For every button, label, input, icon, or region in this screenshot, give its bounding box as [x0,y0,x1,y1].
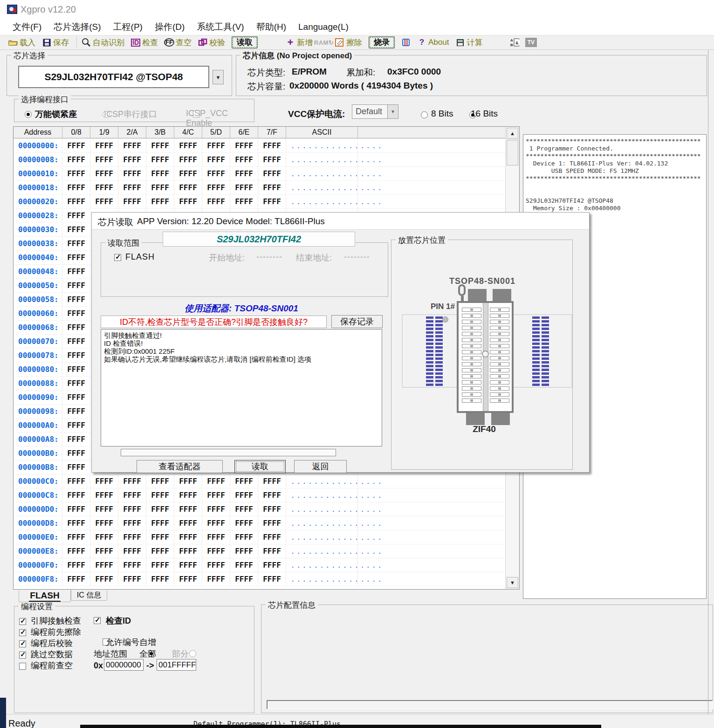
hex-value-cell[interactable]: FFFF [174,195,202,208]
hex-value-cell[interactable]: FFFF [90,167,118,180]
hex-value-cell[interactable]: FFFF [118,530,146,544]
hex-value-cell[interactable]: FFFF [90,516,118,530]
hex-address-cell[interactable]: 00000058: [14,293,62,306]
flash-checkbox[interactable] [114,254,121,261]
hex-address-cell[interactable]: 00000030: [14,223,62,236]
hex-value-cell[interactable]: FFFF [62,433,90,446]
hex-value-cell[interactable]: FFFF [118,502,146,516]
hex-value-cell[interactable]: FFFF [258,572,286,586]
hex-address-cell[interactable]: 000000E0: [14,530,62,544]
toolbar-ram-button[interactable]: RAM↻ [319,36,329,48]
hex-value-cell[interactable]: FFFF [118,516,146,530]
hex-value-cell[interactable]: FFFF [90,558,118,572]
hex-address-cell[interactable]: 00000010: [14,167,62,180]
hex-value-cell[interactable]: FFFF [62,363,90,376]
toolbar-about-button[interactable]: ?About [417,36,449,48]
menu-item-3[interactable]: 操作(D) [149,19,191,35]
dialog-title-bar[interactable]: 芯片读取 APP Version: 12.20 Device Model: TL… [92,213,589,230]
hex-address-cell[interactable]: 00000048: [14,265,62,278]
socket-radio[interactable] [25,111,32,118]
hex-value-cell[interactable]: FFFF [230,139,258,152]
hex-address-cell[interactable]: 00000078: [14,349,62,362]
hex-value-cell[interactable]: FFFF [146,558,174,572]
hex-value-cell[interactable]: FFFF [146,572,174,586]
hex-address-cell[interactable]: 00000050: [14,279,62,292]
hex-address-cell[interactable]: 00000098: [14,405,62,418]
toolbar-logic-button[interactable]: AB&Y [510,36,520,48]
settings-checkbox-1[interactable] [19,629,26,636]
hex-value-cell[interactable]: FFFF [62,419,90,432]
scrollbar-thumb[interactable] [507,140,518,165]
hex-value-cell[interactable]: FFFF [230,195,258,208]
hex-address-cell[interactable]: 00000060: [14,307,62,320]
hex-value-cell[interactable]: FFFF [62,237,90,250]
tab-flash[interactable]: FLASH [19,590,71,602]
hex-value-cell[interactable]: FFFF [146,488,174,502]
hex-value-cell[interactable]: FFFF [118,544,146,558]
hex-value-cell[interactable]: FFFF [62,488,90,502]
hex-value-cell[interactable]: FFFF [62,558,90,572]
toolbar-verify-button[interactable]: 校验 [198,36,225,48]
end-address-input[interactable]: 001FFFFF [157,659,196,671]
hex-address-cell[interactable]: 000000A0: [14,419,62,432]
hex-value-cell[interactable]: FFFF [90,153,118,166]
hex-value-cell[interactable]: FFFF [174,139,202,152]
settings-checkbox-2[interactable] [19,640,26,647]
toolbar-erase-button[interactable]: 擦除 [335,36,362,48]
hex-address-cell[interactable]: 00000088: [14,377,62,390]
hex-value-cell[interactable]: FFFF [62,530,90,544]
hex-address-cell[interactable]: 000000C0: [14,474,62,488]
toolbar-chip-button[interactable] [401,36,411,48]
hex-value-cell[interactable]: FFFF [118,195,146,208]
start-address-input[interactable]: 00000000 [104,659,144,671]
toolbar-load-button[interactable]: 载入 [8,36,35,48]
hex-value-cell[interactable]: FFFF [202,572,230,586]
back-button[interactable]: 返回 [294,460,347,473]
hex-address-cell[interactable]: 00000040: [14,251,62,264]
hex-value-cell[interactable]: FFFF [202,195,230,208]
save-record-button[interactable]: 保存记录 [331,315,383,328]
hex-value-cell[interactable]: FFFF [174,558,202,572]
hex-value-cell[interactable]: FFFF [174,167,202,180]
settings-checkbox-4[interactable] [19,663,26,670]
bits8-radio[interactable] [421,111,428,118]
hex-value-cell[interactable]: FFFF [202,502,230,516]
hex-value-cell[interactable]: FFFF [174,530,202,544]
hex-value-cell[interactable]: FFFF [62,405,90,418]
hex-address-cell[interactable]: 000000D8: [14,516,62,530]
hex-address-cell[interactable]: 00000028: [14,209,62,222]
toolbar-add-button[interactable]: +新增 [286,36,313,48]
hex-value-cell[interactable]: FFFF [202,516,230,530]
hex-value-cell[interactable]: FFFF [118,572,146,586]
hex-value-cell[interactable]: FFFF [174,181,202,194]
hex-address-cell[interactable]: 000000C8: [14,488,62,502]
hex-value-cell[interactable]: FFFF [202,139,230,152]
hex-address-cell[interactable]: 000000B8: [14,460,62,474]
hex-value-cell[interactable]: FFFF [230,167,258,180]
hex-value-cell[interactable]: FFFF [90,502,118,516]
hex-value-cell[interactable]: FFFF [230,502,258,516]
hex-value-cell[interactable]: FFFF [90,139,118,152]
hex-value-cell[interactable]: FFFF [62,279,90,292]
hex-value-cell[interactable]: FFFF [62,502,90,516]
hex-value-cell[interactable]: FFFF [62,391,90,404]
hex-value-cell[interactable]: FFFF [258,167,286,180]
hex-address-cell[interactable]: 00000020: [14,195,62,208]
hex-address-cell[interactable]: 00000080: [14,363,62,376]
hex-value-cell[interactable]: FFFF [258,139,286,152]
hex-value-cell[interactable]: FFFF [62,321,90,334]
hex-value-cell[interactable]: FFFF [258,530,286,544]
hex-value-cell[interactable]: FFFF [62,265,90,278]
hex-value-cell[interactable]: FFFF [118,488,146,502]
hex-value-cell[interactable]: FFFF [146,474,174,488]
hex-value-cell[interactable]: FFFF [62,167,90,180]
menu-item-2[interactable]: 工程(P) [107,19,149,35]
hex-value-cell[interactable]: FFFF [202,530,230,544]
hex-value-cell[interactable]: FFFF [118,474,146,488]
hex-value-cell[interactable]: FFFF [62,251,90,264]
hex-value-cell[interactable]: FFFF [258,474,286,488]
hex-value-cell[interactable]: FFFF [118,139,146,152]
hex-value-cell[interactable]: FFFF [62,474,90,488]
hex-address-cell[interactable]: 000000B0: [14,446,62,460]
hex-value-cell[interactable]: FFFF [258,544,286,558]
